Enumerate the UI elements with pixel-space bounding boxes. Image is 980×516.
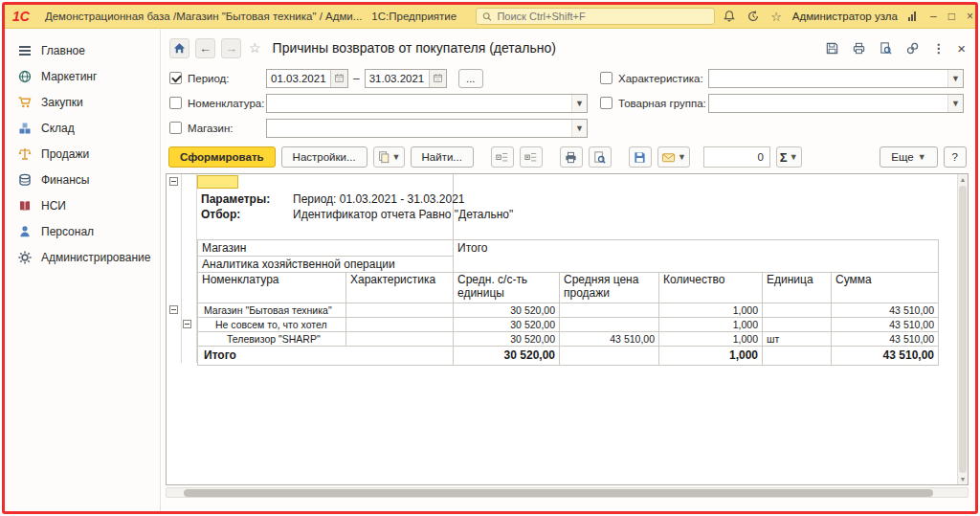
save-button[interactable] <box>629 146 652 168</box>
cell-name[interactable]: Магазин "Бытовая техника" <box>198 303 346 318</box>
quick-sum-field[interactable]: 0 <box>703 146 770 168</box>
calendar-icon[interactable] <box>330 70 347 87</box>
group-collapse-box[interactable] <box>169 177 178 186</box>
cell-qty[interactable]: 1,000 <box>659 318 763 332</box>
minimize-button[interactable]: – <box>930 11 937 22</box>
cell-price[interactable]: 43 510,00 <box>560 332 659 347</box>
generate-button[interactable]: Сформировать <box>168 146 276 168</box>
print-button[interactable] <box>560 146 583 168</box>
sidebar-item-finance[interactable]: Финансы <box>5 167 160 192</box>
column-header[interactable]: Характеристика <box>346 273 454 303</box>
horizontal-scrollbar-thumb[interactable] <box>184 489 933 497</box>
cell-unit[interactable] <box>763 318 832 332</box>
header-cell-total[interactable]: Итого <box>454 240 939 273</box>
period-to-field[interactable] <box>365 69 447 88</box>
vertical-scrollbar-thumb[interactable] <box>959 186 967 473</box>
group-collapse-box[interactable] <box>183 320 191 328</box>
report-variants-button[interactable]: ▼ <box>373 146 405 168</box>
sidebar-item-purchases[interactable]: Закупки <box>5 89 160 115</box>
nomenclature-checkbox[interactable] <box>169 97 182 109</box>
more-vertical-icon[interactable]: ⋮ <box>932 41 945 56</box>
characteristic-field[interactable]: ▼ <box>708 69 964 88</box>
characteristic-checkbox[interactable] <box>600 72 612 84</box>
header-cell-analytics[interactable]: Аналитика хозяйственной операции <box>198 257 454 273</box>
scroll-down-icon[interactable]: ▼ <box>958 476 968 482</box>
cell-qty[interactable]: 1,000 <box>659 332 763 347</box>
dropdown-arrow-icon[interactable]: ▼ <box>947 70 963 87</box>
product-group-checkbox[interactable] <box>600 97 612 109</box>
connection-icon[interactable] <box>908 11 916 21</box>
period-more-button[interactable]: ... <box>458 69 483 88</box>
spreadsheet[interactable]: Параметры: Период: 01.03.2021 - 31.03.20… <box>167 174 957 484</box>
column-header[interactable]: Средняя цена продажи <box>560 273 659 303</box>
cell-cost[interactable]: 30 520,00 <box>454 318 560 332</box>
dropdown-arrow-icon[interactable]: ▼ <box>571 95 587 112</box>
cell-unit[interactable] <box>763 347 832 366</box>
sidebar-item-sales[interactable]: Продажи <box>5 141 160 167</box>
close-window-button[interactable]: × <box>967 11 973 22</box>
cell-sum[interactable]: 43 510,00 <box>832 303 939 318</box>
column-header[interactable]: Номенклатура <box>198 273 346 303</box>
period-to-input[interactable] <box>366 73 429 84</box>
sigma-button[interactable]: Σ ▼ <box>776 146 802 168</box>
cell-characteristic[interactable] <box>346 303 454 318</box>
help-button[interactable]: ? <box>944 146 967 168</box>
dropdown-arrow-icon[interactable]: ▼ <box>571 120 587 137</box>
calendar-icon[interactable] <box>429 70 446 87</box>
cell-sum[interactable]: 43 510,00 <box>832 318 939 332</box>
dropdown-arrow-icon[interactable]: ▼ <box>947 95 963 112</box>
cell-characteristic[interactable] <box>346 332 454 347</box>
sidebar-item-marketing[interactable]: Маркетинг <box>5 63 160 89</box>
preview-button[interactable] <box>589 146 612 168</box>
column-header[interactable]: Единица <box>763 273 832 303</box>
settings-button[interactable]: Настройки... <box>281 146 368 168</box>
preview-icon[interactable] <box>879 41 893 56</box>
cell-price[interactable] <box>560 303 659 318</box>
cell-characteristic[interactable] <box>346 318 454 332</box>
cell-qty[interactable]: 1,000 <box>659 347 763 366</box>
sidebar-item-administration[interactable]: Администрирование <box>5 244 160 270</box>
product-group-field[interactable]: ▼ <box>708 94 964 113</box>
nomenclature-field[interactable]: ▼ <box>266 94 588 113</box>
cell-name[interactable]: Не совсем то, что хотел <box>198 318 346 332</box>
header-cell-store[interactable]: Магазин <box>198 240 454 257</box>
cell-unit[interactable]: шт <box>763 332 832 347</box>
back-button[interactable]: ← <box>195 38 215 58</box>
cell-cost[interactable]: 30 520,00 <box>454 332 560 347</box>
save-icon[interactable] <box>825 41 839 56</box>
print-icon[interactable] <box>852 41 866 56</box>
cell-unit[interactable] <box>763 303 832 318</box>
cell-name[interactable]: Телевизор "SHARP" <box>198 332 346 347</box>
cell-cost[interactable]: 30 520,00 <box>454 303 560 318</box>
close-form-icon[interactable]: × <box>957 40 966 56</box>
link-icon[interactable] <box>905 41 920 56</box>
horizontal-scrollbar[interactable] <box>166 487 969 498</box>
vertical-scrollbar[interactable]: ▲ ▼ <box>957 174 968 484</box>
home-button[interactable] <box>169 38 189 58</box>
cell-sum[interactable]: 43 510,00 <box>832 347 939 366</box>
sidebar-item-nsi[interactable]: НСИ <box>5 192 160 218</box>
search-input[interactable] <box>497 11 708 22</box>
cell-sum[interactable]: 43 510,00 <box>832 332 939 347</box>
sidebar-item-warehouse[interactable]: Склад <box>5 115 160 141</box>
user-menu[interactable]: Администратор узла <box>792 11 898 22</box>
group-collapse-box[interactable] <box>169 305 178 314</box>
global-search[interactable] <box>476 8 715 25</box>
cell-cost[interactable]: 30 520,00 <box>454 347 560 366</box>
store-checkbox[interactable] <box>169 122 182 134</box>
cell-qty[interactable]: 1,000 <box>659 303 763 318</box>
expand-groups-button[interactable] <box>520 146 543 168</box>
notifications-bell-icon[interactable] <box>723 10 736 23</box>
period-from-field[interactable] <box>266 69 348 88</box>
sidebar-item-main[interactable]: Главное <box>5 37 160 63</box>
cell-price[interactable] <box>560 347 659 366</box>
more-button[interactable]: Еще ▼ <box>880 146 937 168</box>
period-checkbox[interactable] <box>169 72 182 84</box>
favorites-star-icon[interactable]: ☆ <box>770 10 782 24</box>
column-header[interactable]: Количество <box>659 273 763 303</box>
maximize-button[interactable]: □ <box>948 11 955 22</box>
column-header[interactable]: Средн. с/с-ть единицы <box>454 273 560 303</box>
active-cell[interactable] <box>197 175 238 189</box>
cell-total-label[interactable]: Итого <box>198 347 454 366</box>
sidebar-item-personnel[interactable]: Персонал <box>5 218 160 244</box>
